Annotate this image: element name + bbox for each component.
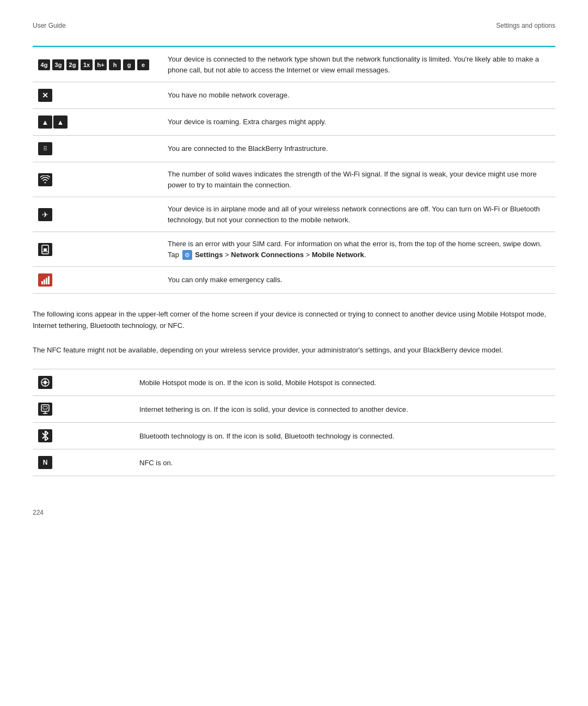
icon-cell-roaming: ▲ ▲: [33, 109, 159, 136]
icon-cell-no-coverage: ✕: [33, 82, 159, 109]
header-right: Settings and options: [496, 22, 555, 29]
no-coverage-icon: ✕: [38, 89, 52, 102]
icon-cell-wifi: [33, 162, 159, 197]
paragraph-1: The following icons appear in the upper-…: [33, 309, 555, 332]
nfc-icon: N: [38, 456, 52, 469]
network-icons-table: 4g 3g 2g 1x h+ h g e Your device is conn…: [33, 47, 555, 294]
icon-cell-tethering: [33, 396, 131, 423]
icon-e: e: [137, 59, 149, 70]
icon-cell-bb-infra: ⠿: [33, 136, 159, 162]
icon-cell-sim-error: [33, 232, 159, 267]
svg-rect-6: [48, 276, 50, 284]
sim-error-icon: [38, 243, 52, 256]
svg-rect-4: [44, 279, 45, 284]
desc-roaming: Your device is roaming. Extra charges mi…: [159, 109, 555, 136]
roaming-icon-2: ▲: [53, 115, 68, 129]
icon-cell-airplane: ✈: [33, 197, 159, 232]
icon-2g: 2g: [66, 59, 78, 70]
table-row: ✕ You have no mobile network coverage.: [33, 82, 555, 109]
desc-emergency: You can only make emergency calls.: [159, 267, 555, 294]
bb-infrastructure-icon: ⠿: [38, 142, 52, 155]
header-left: User Guide: [33, 22, 66, 29]
table-row: 4g 3g 2g 1x h+ h g e Your device is conn…: [33, 47, 555, 82]
table-row: You can only make emergency calls.: [33, 267, 555, 294]
gear-icon: ⚙: [182, 250, 192, 260]
wifi-icon: [38, 173, 52, 186]
roaming-icons: ▲ ▲: [38, 115, 150, 129]
icon-g: g: [123, 59, 135, 70]
desc-bluetooth: Bluetooth technology is on. If the icon …: [131, 423, 555, 449]
table-row: Internet tethering is on. If the icon is…: [33, 396, 555, 423]
table-row: ⠿ You are connected to the BlackBerry In…: [33, 136, 555, 162]
page-header: User Guide Settings and options: [33, 22, 555, 29]
icon-4g: 4g: [38, 59, 50, 70]
svg-rect-14: [43, 406, 47, 409]
icon-3g: 3g: [52, 59, 64, 70]
desc-airplane: Your device is in airplane mode and all …: [159, 197, 555, 232]
connectivity-table: Mobile Hotspot mode is on. If the icon i…: [33, 369, 555, 476]
table-row: N NFC is on.: [33, 449, 555, 476]
paragraph-2: The NFC feature might not be available, …: [33, 345, 555, 356]
icon-cell-emergency: [33, 267, 159, 294]
svg-rect-5: [46, 278, 47, 284]
table-row: Bluetooth technology is on. If the icon …: [33, 423, 555, 449]
desc-network-types: Your device is connected to the network …: [159, 47, 555, 82]
desc-sim-error: There is an error with your SIM card. Fo…: [159, 232, 555, 267]
svg-rect-3: [41, 281, 43, 284]
table-row: Mobile Hotspot mode is on. If the icon i…: [33, 369, 555, 396]
svg-rect-1: [44, 248, 47, 251]
roaming-icon-1: ▲: [38, 115, 52, 129]
table-row: There is an error with your SIM card. Fo…: [33, 232, 555, 267]
emergency-icon: [38, 273, 52, 287]
icon-1x: 1x: [81, 59, 93, 70]
icon-h: h: [109, 59, 121, 70]
desc-nfc: NFC is on.: [131, 449, 555, 476]
desc-no-coverage: You have no mobile network coverage.: [159, 82, 555, 109]
svg-rect-11: [41, 405, 49, 411]
icon-cell-network-types: 4g 3g 2g 1x h+ h g e: [33, 47, 159, 82]
icon-cell-hotspot: [33, 369, 131, 396]
icon-cell-nfc: N: [33, 449, 131, 476]
airplane-icon: ✈: [38, 208, 52, 221]
network-type-icons: 4g 3g 2g 1x h+ h g e: [38, 59, 150, 70]
desc-tethering: Internet tethering is on. If the icon is…: [131, 396, 555, 423]
table-row: The number of solid waves indicates the …: [33, 162, 555, 197]
icon-hplus: h+: [95, 59, 107, 70]
page-number: 224: [33, 509, 555, 516]
tethering-icon: [38, 403, 52, 416]
table-row: ✈ Your device is in airplane mode and al…: [33, 197, 555, 232]
desc-hotspot: Mobile Hotspot mode is on. If the icon i…: [131, 369, 555, 396]
desc-wifi: The number of solid waves indicates the …: [159, 162, 555, 197]
table-row: ▲ ▲ Your device is roaming. Extra charge…: [33, 109, 555, 136]
icon-cell-bluetooth: [33, 423, 131, 449]
desc-bb-infra: You are connected to the BlackBerry Infr…: [159, 136, 555, 162]
bluetooth-icon: [38, 429, 52, 442]
hotspot-icon: [38, 376, 52, 389]
